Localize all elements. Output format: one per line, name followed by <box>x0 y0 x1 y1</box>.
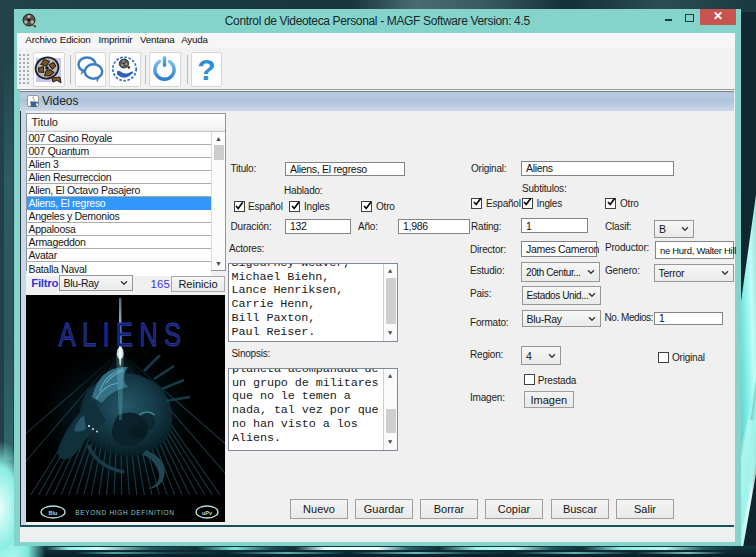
svg-text:BEYOND HIGH DEFINITION: BEYOND HIGH DEFINITION <box>75 509 175 516</box>
svg-text:Blu: Blu <box>49 509 58 515</box>
svg-text:ALIENS: ALIENS <box>59 315 188 352</box>
svg-text:uPv: uPv <box>202 509 213 515</box>
svg-text:?: ? <box>197 53 215 85</box>
